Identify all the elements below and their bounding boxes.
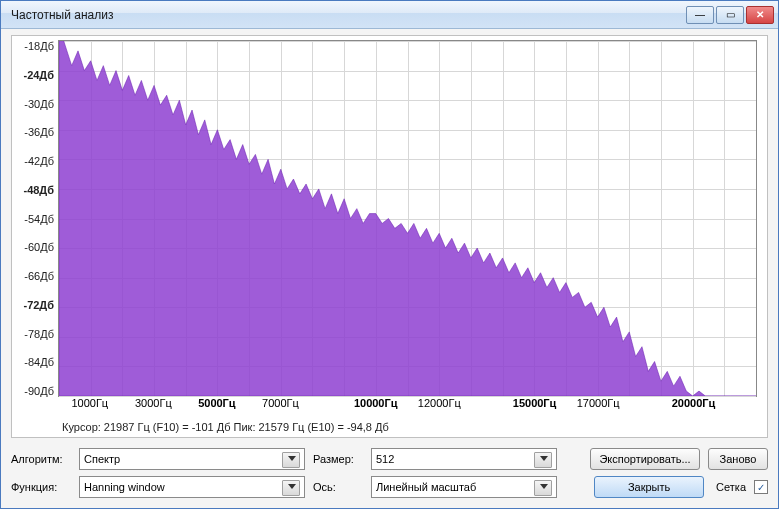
again-button[interactable]: Заново bbox=[708, 448, 768, 470]
controls-row-1: Алгоритм: Спектр Размер: 512 Экспортиров… bbox=[11, 448, 768, 470]
grid-checkbox[interactable]: ✓ bbox=[754, 480, 768, 494]
x-tick-label: 12000Гц bbox=[418, 397, 461, 409]
window-title: Частотный анализ bbox=[11, 8, 686, 22]
y-tick-label: -48Дб bbox=[23, 184, 54, 196]
chart-area: -18Дб-24Дб-30Дб-36Дб-42Дб-48Дб-54Дб-60Дб… bbox=[16, 40, 757, 397]
y-tick-label: -66Дб bbox=[24, 270, 54, 282]
controls-row-2: Функция: Hanning window Ось: Линейный ма… bbox=[11, 476, 768, 498]
y-tick-label: -54Дб bbox=[24, 213, 54, 225]
y-tick-label: -36Дб bbox=[24, 126, 54, 138]
y-axis-labels: -18Дб-24Дб-30Дб-36Дб-42Дб-48Дб-54Дб-60Дб… bbox=[16, 40, 58, 397]
spectrum-plot[interactable] bbox=[58, 40, 757, 397]
controls-panel: Алгоритм: Спектр Размер: 512 Экспортиров… bbox=[11, 448, 768, 498]
y-tick-label: -18Дб bbox=[24, 40, 54, 52]
x-tick-label: 7000Гц bbox=[262, 397, 299, 409]
function-value: Hanning window bbox=[84, 481, 165, 493]
y-tick-label: -90Дб bbox=[24, 385, 54, 397]
algorithm-label: Алгоритм: bbox=[11, 453, 71, 465]
window-controls: — ▭ ✕ bbox=[686, 6, 774, 24]
function-select[interactable]: Hanning window bbox=[79, 476, 305, 498]
x-tick-label: 3000Гц bbox=[135, 397, 172, 409]
y-tick-label: -24Дб bbox=[23, 69, 54, 81]
titlebar: Частотный анализ — ▭ ✕ bbox=[1, 1, 778, 29]
x-tick-label: 20000Гц bbox=[672, 397, 716, 409]
maximize-button[interactable]: ▭ bbox=[716, 6, 744, 24]
chevron-down-icon bbox=[540, 456, 548, 461]
y-tick-label: -42Дб bbox=[24, 155, 54, 167]
plot-box: -18Дб-24Дб-30Дб-36Дб-42Дб-48Дб-54Дб-60Дб… bbox=[11, 35, 768, 438]
y-tick-label: -72Дб bbox=[23, 299, 54, 311]
x-tick-label: 17000Гц bbox=[577, 397, 620, 409]
content-area: -18Дб-24Дб-30Дб-36Дб-42Дб-48Дб-54Дб-60Дб… bbox=[1, 29, 778, 508]
spectrum-svg bbox=[59, 41, 756, 396]
y-tick-label: -60Дб bbox=[24, 241, 54, 253]
export-button[interactable]: Экспортировать... bbox=[590, 448, 700, 470]
x-tick-label: 10000Гц bbox=[354, 397, 398, 409]
check-icon: ✓ bbox=[757, 482, 765, 493]
size-label: Размер: bbox=[313, 453, 363, 465]
minimize-button[interactable]: — bbox=[686, 6, 714, 24]
chevron-down-icon bbox=[288, 456, 296, 461]
x-axis-labels: 1000Гц3000Гц5000Гц7000Гц10000Гц12000Гц15… bbox=[58, 397, 757, 415]
size-value: 512 bbox=[376, 453, 394, 465]
y-tick-label: -30Дб bbox=[24, 98, 54, 110]
x-tick-label: 1000Гц bbox=[71, 397, 108, 409]
grid-label: Сетка bbox=[716, 481, 746, 493]
x-tick-label: 15000Гц bbox=[513, 397, 557, 409]
y-tick-label: -84Дб bbox=[24, 356, 54, 368]
function-label: Функция: bbox=[11, 481, 71, 493]
algorithm-select[interactable]: Спектр bbox=[79, 448, 305, 470]
axis-value: Линейный масштаб bbox=[376, 481, 476, 493]
y-tick-label: -78Дб bbox=[24, 328, 54, 340]
app-window: Частотный анализ — ▭ ✕ -18Дб-24Дб-30Дб-3… bbox=[0, 0, 779, 509]
chevron-down-icon bbox=[288, 484, 296, 489]
axis-label: Ось: bbox=[313, 481, 363, 493]
size-select[interactable]: 512 bbox=[371, 448, 557, 470]
cursor-status-line: Курсор: 21987 Гц (F10) = -101 Дб Пик: 21… bbox=[62, 421, 757, 433]
close-window-button[interactable]: ✕ bbox=[746, 6, 774, 24]
axis-select[interactable]: Линейный масштаб bbox=[371, 476, 557, 498]
chevron-down-icon bbox=[540, 484, 548, 489]
close-button[interactable]: Закрыть bbox=[594, 476, 704, 498]
algorithm-value: Спектр bbox=[84, 453, 120, 465]
x-tick-label: 5000Гц bbox=[198, 397, 235, 409]
